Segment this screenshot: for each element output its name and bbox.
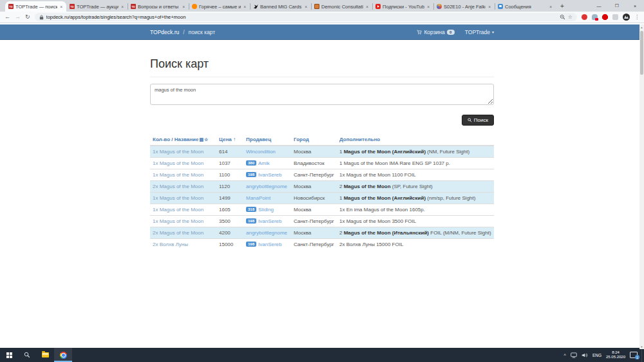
browser-tab[interactable]: Горячее – самые инте × [189, 1, 250, 12]
breadcrumb-section: поиск карт [189, 29, 215, 35]
extension-gray-icon[interactable] [612, 14, 618, 20]
taskbar-search-button[interactable] [18, 348, 36, 362]
tab-favicon [437, 4, 442, 9]
browser-tab[interactable]: Сообщения × [495, 1, 556, 12]
cart-link[interactable]: Корзина 0 [417, 29, 454, 35]
extension-red-icon[interactable] [582, 14, 587, 20]
tab-close-icon[interactable]: × [243, 5, 247, 9]
browser-tab[interactable]: TD Вопросы и ответы - С × [128, 1, 189, 12]
search-button[interactable]: Поиск [462, 115, 494, 126]
browser-tab[interactable]: TD TOPTrade — аукцион × [66, 1, 128, 12]
scroll-down-icon[interactable]: ▾ [639, 344, 644, 349]
card-name-link[interactable]: 1x Magus of the Moon [153, 195, 204, 201]
toptrade-menu[interactable]: TOPTrade ▾ [465, 29, 494, 35]
reload-icon[interactable]: ↻ [25, 14, 30, 20]
seller-link[interactable]: angrybottlegnome [246, 230, 287, 236]
language-indicator[interactable]: ENG [592, 353, 601, 357]
extension-cloud-icon[interactable] [592, 14, 598, 20]
browser-menu-icon[interactable]: ⋮ [634, 14, 639, 20]
tab-favicon [192, 4, 197, 9]
card-name-link[interactable]: 1x Magus of the Moon [153, 218, 204, 224]
header-price[interactable]: Цена ↑ [216, 134, 243, 146]
show-desktop-button[interactable] [641, 348, 644, 362]
close-button[interactable]: × [626, 0, 644, 12]
cart-count-badge: 0 [447, 30, 455, 35]
bookmark-star-icon[interactable]: ☆ [568, 14, 573, 20]
favorite-star-icon[interactable]: ☆ [204, 137, 208, 142]
tab-title: TOPTrade — поиск ма [15, 4, 57, 10]
back-icon[interactable]: ← [5, 14, 10, 20]
tab-close-icon[interactable]: × [549, 5, 553, 9]
tab-favicon [498, 4, 503, 9]
chrome-taskbar-button[interactable] [54, 348, 72, 362]
page-scrollbar[interactable]: ▴ ▾ [639, 24, 644, 349]
start-button[interactable] [0, 348, 18, 362]
scroll-up-icon[interactable]: ▴ [639, 24, 644, 30]
card-name-link[interactable]: 1x Magus of the Moon [153, 160, 204, 166]
scrollbar-thumb[interactable] [640, 31, 643, 75]
forward-icon[interactable]: → [15, 14, 21, 20]
cart-label: Корзина [424, 29, 444, 35]
tab-close-icon[interactable]: × [182, 5, 185, 9]
volume-icon[interactable] [582, 352, 588, 358]
network-icon[interactable] [571, 352, 577, 358]
tab-title: Banned MtG Cards [260, 4, 302, 10]
seller-link[interactable]: Amik [258, 160, 270, 166]
window-controls: — ☐ × [590, 0, 644, 12]
browser-tab[interactable]: Banned MtG Cards × [250, 1, 311, 12]
tab-close-icon[interactable]: × [488, 5, 491, 9]
brand-link[interactable]: TOPdeck.ru [150, 29, 179, 35]
seller-link[interactable]: Sliding [258, 207, 274, 213]
seller-link[interactable]: ManaPoint [246, 195, 270, 201]
minimize-button[interactable]: — [590, 0, 608, 12]
card-name-link[interactable]: 2x Magus of the Moon [153, 184, 204, 189]
price-cell: 4200 [216, 227, 243, 239]
seller-link[interactable]: IvanSereb [258, 172, 281, 178]
extra-cell: 1x Magus of the Moon 1100 FOIL [337, 169, 494, 181]
seller-link[interactable]: IvanSereb [258, 242, 281, 247]
header-seller[interactable]: Продавец [243, 134, 291, 146]
search-input[interactable] [150, 84, 494, 105]
extra-cell: 1 Magus of the Moon IMA Rare ENG SP 1037… [337, 158, 494, 169]
header-city[interactable]: Город [291, 134, 337, 146]
maximize-button[interactable]: ☐ [608, 0, 626, 12]
seller-link[interactable]: angrybottlegnome [246, 184, 287, 189]
zoom-icon[interactable] [560, 14, 565, 20]
browser-tab[interactable]: S02E10 - Anje Falkenra × [433, 1, 495, 12]
taskbar-clock[interactable]: 8:24 25.05.2020 [606, 350, 625, 360]
tray-chevron-icon[interactable]: ^ [564, 353, 566, 357]
card-name-link[interactable]: 1x Magus of the Moon [153, 172, 204, 178]
extra-cell: 1 Magus of the Moon (Английский) (NM, Fu… [337, 146, 494, 158]
page-viewport: ▴ ▾ TOPdeck.ru / поиск карт Корзина 0 [0, 24, 644, 349]
price-cell: 1037 [216, 158, 243, 169]
tab-close-icon[interactable]: × [426, 5, 430, 9]
card-name-link[interactable]: 1x Magus of the Moon [153, 149, 204, 155]
toptrade-menu-label: TOPTrade [465, 29, 490, 35]
page-title: Поиск карт [150, 57, 494, 71]
file-explorer-button[interactable] [36, 348, 54, 362]
price-cell: 1100 [216, 169, 243, 181]
browser-tab[interactable]: Demonic Consultation × [311, 1, 372, 12]
tab-close-icon[interactable]: × [59, 5, 63, 9]
browser-tab[interactable]: TD TOPTrade — поиск ма × [5, 1, 66, 12]
extension-adblock-icon[interactable] [602, 14, 608, 20]
tab-close-icon[interactable]: × [120, 5, 124, 9]
tab-title: Горячее – самые инте [199, 4, 241, 10]
card-name-link[interactable]: 1x Magus of the Moon [153, 207, 204, 213]
seller-link[interactable]: Wincondition [246, 149, 276, 155]
profile-avatar[interactable] [623, 14, 630, 21]
address-bar[interactable]: topdeck.ru/apps/toptrade/singles/search?… [35, 13, 577, 21]
browser-tab[interactable]: Подписки - YouTube × [372, 1, 433, 12]
seller-link[interactable]: IvanSereb [258, 218, 281, 224]
card-list-icon[interactable]: ▤ [199, 137, 204, 142]
tab-close-icon[interactable]: × [365, 5, 369, 9]
action-center-icon[interactable]: 1 [630, 352, 638, 358]
header-name[interactable]: Кол-во / Название▤☆ [150, 134, 216, 146]
new-tab-button[interactable]: + [557, 1, 567, 10]
extra-pre: 2 [339, 184, 344, 189]
sort-asc-icon: ↑ [233, 137, 236, 142]
tab-close-icon[interactable]: × [304, 5, 308, 9]
extra-cell: 1 Magus of the Moon (Английский) (nm/sp,… [337, 193, 494, 204]
card-name-link[interactable]: 2x Magus of the Moon [153, 230, 204, 236]
card-name-link[interactable]: 2x Волхв Луны [153, 242, 188, 247]
